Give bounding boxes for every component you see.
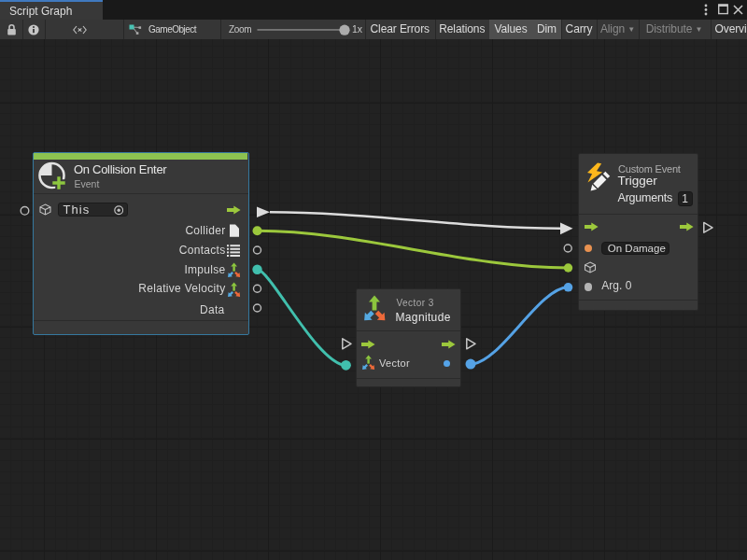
svg-text:1x: 1x [352, 23, 362, 35]
